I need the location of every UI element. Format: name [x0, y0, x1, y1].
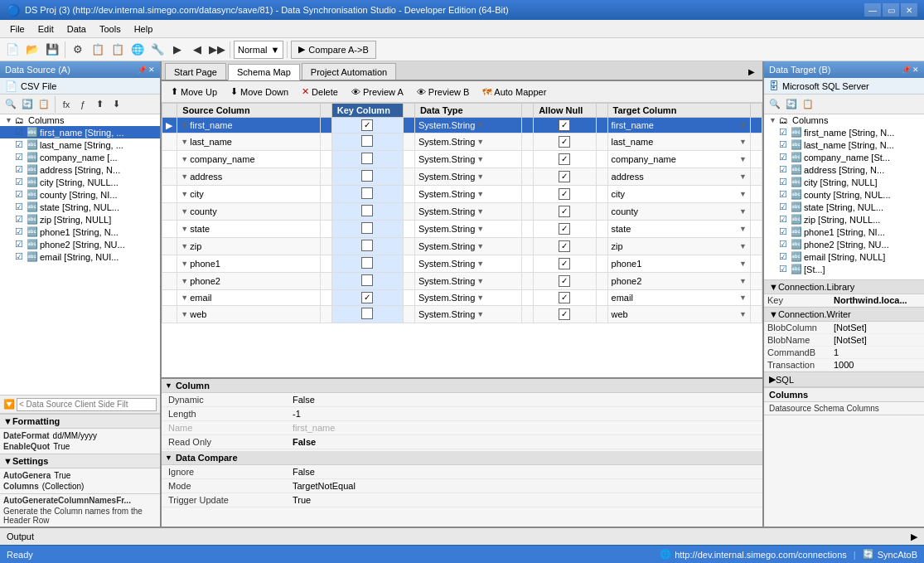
tb-paste[interactable]: 📋 — [109, 41, 127, 59]
null-checkbox[interactable] — [559, 275, 570, 287]
key-checkbox[interactable] — [361, 153, 373, 164]
null-cell[interactable] — [534, 118, 596, 133]
tb-copy[interactable]: 📋 — [89, 41, 107, 59]
right-refresh-btn[interactable]: 🔄 — [784, 97, 799, 112]
menu-tools[interactable]: Tools — [93, 22, 128, 36]
right-copy-btn[interactable]: 📋 — [801, 97, 815, 112]
tb-open[interactable]: 📂 — [23, 41, 41, 59]
move-up-button[interactable]: ⬆ Move Up — [165, 83, 223, 101]
right-panel-close[interactable]: ✕ — [912, 66, 919, 74]
null-checkbox[interactable] — [559, 171, 570, 182]
key-column-cell[interactable] — [331, 203, 403, 221]
right-tree-company[interactable]: ☑ 🔤 company_name [St... — [764, 151, 924, 163]
right-tree-firstname[interactable]: ☑ 🔤 first_name [String, N... — [764, 126, 924, 138]
left-function-btn[interactable]: ƒ — [75, 97, 90, 112]
null-cell[interactable] — [534, 273, 596, 290]
key-column-cell[interactable] — [331, 186, 403, 203]
maximize-button[interactable]: ▭ — [883, 3, 899, 17]
null-cell[interactable] — [534, 168, 596, 186]
key-checkbox[interactable] — [361, 135, 373, 147]
right-tree-county[interactable]: ☑ 🔤 county [String, NUL... — [764, 188, 924, 201]
null-cell[interactable] — [534, 186, 596, 203]
menu-file[interactable]: File — [3, 22, 31, 36]
right-tree-extra[interactable]: ☑ 🔤 [St...] — [764, 263, 924, 275]
column-section-header[interactable]: ▼ Column — [162, 379, 762, 393]
delete-button[interactable]: ✕ Delete — [296, 83, 344, 101]
output-arrow[interactable]: ▶ — [911, 531, 917, 542]
null-cell[interactable] — [534, 238, 596, 255]
key-checkbox[interactable] — [361, 292, 373, 303]
null-cell[interactable] — [534, 306, 596, 323]
tb-web[interactable]: 🌐 — [128, 41, 147, 59]
null-cell[interactable] — [534, 290, 596, 306]
tab-schema-map[interactable]: Schema Map — [228, 64, 300, 80]
tab-project-automation[interactable]: Project Automation — [302, 63, 396, 80]
tree-item-email[interactable]: ☑ 🔤 email [String, NUI... — [0, 250, 160, 263]
null-checkbox[interactable] — [559, 292, 570, 303]
left-move-down-btn[interactable]: ⬇ — [109, 97, 123, 112]
tree-item-state[interactable]: ☑ 🔤 state [String, NUL... — [0, 201, 160, 213]
right-tree-state[interactable]: ☑ 🔤 state [String, NUL... — [764, 201, 924, 213]
right-filter-btn[interactable]: 🔍 — [767, 97, 782, 112]
null-checkbox[interactable] — [559, 240, 570, 252]
tab-start-page[interactable]: Start Page — [165, 63, 226, 80]
move-down-button[interactable]: ⬇ Move Down — [225, 83, 294, 101]
key-column-cell[interactable] — [331, 273, 403, 290]
right-panel-pin[interactable]: 📌 — [902, 66, 911, 74]
tree-root[interactable]: ▼ 🗂 Columns — [0, 114, 160, 126]
right-tree-city[interactable]: ☑ 🔤 city [String, NULL] — [764, 176, 924, 188]
key-checkbox[interactable] — [361, 187, 373, 199]
tree-item-firstname[interactable]: ☑ 🔤 first_name [String, ... — [0, 126, 160, 138]
tree-item-phone2[interactable]: ☑ 🔤 phone2 [String, NU... — [0, 238, 160, 250]
tb-tool[interactable]: 🔧 — [148, 41, 167, 59]
left-panel-pin[interactable]: 📌 — [138, 66, 147, 74]
key-column-cell[interactable] — [331, 238, 403, 255]
null-checkbox[interactable] — [559, 136, 570, 148]
tb-save[interactable]: 💾 — [43, 41, 61, 59]
key-column-cell[interactable] — [331, 290, 403, 306]
null-cell[interactable] — [534, 221, 596, 238]
preview-b-button[interactable]: 👁 Preview B — [411, 83, 476, 101]
null-cell[interactable] — [534, 151, 596, 168]
tb-back[interactable]: ◀ — [188, 41, 206, 59]
tree-item-address[interactable]: ☑ 🔤 address [String, N... — [0, 163, 160, 176]
tab-scroll-right[interactable]: ▶ — [744, 63, 759, 80]
data-compare-header[interactable]: ▼ Data Compare — [162, 451, 762, 465]
left-refresh-btn[interactable]: 🔄 — [20, 97, 35, 112]
formatting-header[interactable]: ▼ Formatting — [0, 415, 160, 429]
tree-item-zip[interactable]: ☑ 🔤 zip [String, NULL] — [0, 213, 160, 226]
right-tree-root[interactable]: ▼ 🗂 Columns — [764, 114, 924, 126]
tree-item-phone1[interactable]: ☑ 🔤 phone1 [String, N... — [0, 226, 160, 238]
null-checkbox[interactable] — [559, 308, 570, 320]
right-tree-lastname[interactable]: ☑ 🔤 last_name [String, N... — [764, 138, 924, 151]
connection-library-header[interactable]: ▼ Connection.Library — [764, 280, 924, 294]
preview-a-button[interactable]: 👁 Preview A — [346, 83, 409, 101]
left-panel-close[interactable]: ✕ — [148, 66, 155, 74]
key-checkbox[interactable] — [361, 308, 373, 319]
null-checkbox[interactable] — [559, 119, 570, 131]
compare-button[interactable]: ▶ Compare A->B — [291, 41, 375, 59]
key-column-cell[interactable] — [331, 168, 403, 186]
profile-dropdown[interactable]: Normal ▼ — [234, 41, 283, 59]
left-copy-btn[interactable]: 📋 — [36, 97, 51, 112]
key-checkbox[interactable] — [361, 257, 373, 269]
key-column-cell[interactable] — [331, 118, 403, 133]
close-button[interactable]: ✕ — [901, 3, 917, 17]
null-checkbox[interactable] — [559, 206, 570, 217]
right-tree-phone2[interactable]: ☑ 🔤 phone2 [String, NU... — [764, 238, 924, 250]
key-column-cell[interactable] — [331, 306, 403, 323]
key-checkbox[interactable] — [361, 274, 373, 286]
tree-item-company[interactable]: ☑ 🔤 company_name [... — [0, 151, 160, 163]
left-move-up-btn[interactable]: ⬆ — [92, 97, 107, 112]
minimize-button[interactable]: — — [864, 3, 881, 17]
tree-item-county[interactable]: ☑ 🔤 county [String, NI... — [0, 188, 160, 201]
right-tree-phone1[interactable]: ☑ 🔤 phone1 [String, NI... — [764, 226, 924, 238]
tb-fwd[interactable]: ▶▶ — [208, 41, 226, 59]
menu-data[interactable]: Data — [60, 22, 93, 36]
right-tree-email[interactable]: ☑ 🔤 email [String, NULL] — [764, 250, 924, 263]
null-checkbox[interactable] — [559, 223, 570, 235]
tree-item-city[interactable]: ☑ 🔤 city [String, NULL... — [0, 176, 160, 188]
key-column-cell[interactable] — [331, 255, 403, 273]
tree-item-lastname[interactable]: ☑ 🔤 last_name [String, ... — [0, 138, 160, 151]
null-cell[interactable] — [534, 255, 596, 273]
